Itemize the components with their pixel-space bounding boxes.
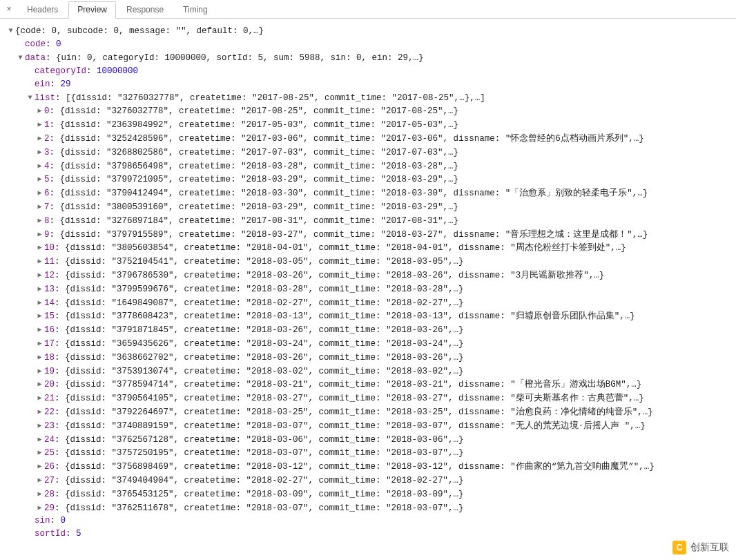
- expand-toggle-icon[interactable]: ▶: [36, 146, 43, 159]
- list-item-1[interactable]: ▶1: {dissid: "2363984992", createtime: "…: [7, 118, 732, 132]
- expand-toggle-icon[interactable]: ▶: [36, 255, 43, 268]
- list-item-15[interactable]: ▶15: {dissid: "3778608423", createtime: …: [7, 309, 732, 323]
- list-item-8[interactable]: ▶8: {dissid: "3276897184", createtime: "…: [7, 214, 732, 228]
- tabs-holder: HeadersPreviewResponseTiming: [18, 1, 218, 18]
- tab-timing[interactable]: Timing: [174, 1, 217, 19]
- list-item-12[interactable]: ▶12: {dissid: "3796786530", createtime: …: [7, 269, 732, 282]
- list-item-29[interactable]: ▶29: {dissid: "3762511678", createtime: …: [7, 501, 732, 515]
- list-item-7[interactable]: ▶7: {dissid: "3800539160", createtime: "…: [7, 200, 732, 214]
- expand-toggle-icon[interactable]: ▶: [36, 214, 43, 227]
- expand-toggle-icon[interactable]: ▶: [36, 228, 43, 241]
- list-item-25[interactable]: ▶25: {dissid: "3757250195", createtime: …: [7, 446, 732, 460]
- expand-toggle-icon[interactable]: ▶: [36, 269, 43, 282]
- list-item-2[interactable]: ▶2: {dissid: "3252428596", createtime: "…: [7, 132, 732, 146]
- prop-sin[interactable]: sin: 0: [7, 514, 732, 528]
- list-item-3[interactable]: ▶3: {dissid: "3268802586", createtime: "…: [7, 146, 732, 160]
- tab-preview[interactable]: Preview: [68, 1, 116, 19]
- prop-sortId[interactable]: sortId: 5: [7, 528, 732, 541]
- list-item-27[interactable]: ▶27: {dissid: "3749404904", createtime: …: [7, 474, 732, 487]
- list-item-16[interactable]: ▶16: {dissid: "3791871845", createtime: …: [7, 323, 732, 337]
- watermark-logo-icon: C: [672, 541, 686, 554]
- list-item-19[interactable]: ▶19: {dissid: "3753913074", createtime: …: [7, 365, 732, 378]
- expand-toggle-icon[interactable]: ▶: [36, 351, 43, 364]
- list-item-20[interactable]: ▶20: {dissid: "3778594714", createtime: …: [7, 378, 732, 392]
- list-item-18[interactable]: ▶18: {dissid: "3638662702", createtime: …: [7, 351, 732, 365]
- prop-code[interactable]: code: 0: [7, 38, 732, 51]
- expand-toggle-icon[interactable]: ▶: [36, 118, 43, 131]
- list-item-28[interactable]: ▶28: {dissid: "3765453125", createtime: …: [7, 487, 732, 501]
- expand-toggle-icon[interactable]: ▶: [36, 474, 43, 487]
- prop-list[interactable]: ▼list: [{dissid: "3276032778", createtim…: [7, 91, 732, 105]
- expand-toggle-icon[interactable]: ▶: [36, 501, 43, 514]
- expand-toggle-icon[interactable]: ▶: [36, 241, 43, 254]
- expand-toggle-icon[interactable]: ▶: [36, 378, 43, 391]
- list-item-6[interactable]: ▶6: {dissid: "3790412494", createtime: "…: [7, 186, 732, 200]
- expand-toggle-icon[interactable]: ▶: [36, 323, 43, 336]
- list-item-23[interactable]: ▶23: {dissid: "3740889159", createtime: …: [7, 419, 732, 433]
- expand-toggle-icon[interactable]: ▶: [36, 282, 43, 296]
- prop-categoryId[interactable]: categoryId: 10000000: [7, 65, 732, 78]
- expand-toggle-icon[interactable]: ▶: [36, 392, 43, 405]
- expand-toggle-icon[interactable]: ▶: [36, 104, 43, 117]
- root-object[interactable]: ▼{code: 0, subcode: 0, message: "", defa…: [7, 24, 732, 38]
- list-item-14[interactable]: ▶14: {dissid: "1649849087", createtime: …: [7, 296, 732, 310]
- prop-data[interactable]: ▼data: {uin: 0, categoryId: 10000000, so…: [7, 51, 732, 65]
- expand-toggle-icon[interactable]: ▶: [36, 405, 43, 418]
- list-item-5[interactable]: ▶5: {dissid: "3799721095", createtime: "…: [7, 173, 732, 186]
- expand-toggle-icon[interactable]: ▶: [36, 173, 43, 186]
- prop-ein[interactable]: ein: 29: [7, 78, 732, 91]
- expand-toggle-icon[interactable]: ▶: [36, 433, 43, 446]
- expand-toggle-icon[interactable]: ▶: [36, 200, 43, 213]
- list-item-10[interactable]: ▶10: {dissid: "3805603854", createtime: …: [7, 241, 732, 255]
- list-item-24[interactable]: ▶24: {dissid: "3762567128", createtime: …: [7, 433, 732, 447]
- expand-toggle-icon[interactable]: ▶: [36, 365, 43, 378]
- watermark: C 创新互联: [672, 541, 729, 554]
- expand-toggle-icon[interactable]: ▶: [36, 487, 43, 501]
- list-item-21[interactable]: ▶21: {dissid: "3790564105", createtime: …: [7, 392, 732, 405]
- close-icon[interactable]: ×: [4, 4, 14, 14]
- list-item-13[interactable]: ▶13: {dissid: "3799599676", createtime: …: [7, 282, 732, 296]
- expand-toggle-icon[interactable]: ▼: [17, 51, 24, 64]
- expand-toggle-icon[interactable]: ▶: [36, 460, 43, 473]
- expand-toggle-icon[interactable]: ▶: [36, 309, 43, 322]
- expand-toggle-icon[interactable]: ▶: [36, 296, 43, 309]
- list-item-4[interactable]: ▶4: {dissid: "3798656498", createtime: "…: [7, 160, 732, 173]
- expand-toggle-icon[interactable]: ▶: [36, 160, 43, 173]
- network-tab-bar: × HeadersPreviewResponseTiming: [0, 0, 736, 19]
- list-item-0[interactable]: ▶0: {dissid: "3276032778", createtime: "…: [7, 104, 732, 118]
- expand-toggle-icon[interactable]: ▶: [36, 186, 43, 200]
- list-item-17[interactable]: ▶17: {dissid: "3659435626", createtime: …: [7, 337, 732, 351]
- list-item-22[interactable]: ▶22: {dissid: "3792264697", createtime: …: [7, 405, 732, 419]
- tab-response[interactable]: Response: [117, 1, 173, 19]
- list-item-26[interactable]: ▶26: {dissid: "3756898469", createtime: …: [7, 460, 732, 474]
- list-item-9[interactable]: ▶9: {dissid: "3797915589", createtime: "…: [7, 228, 732, 242]
- expand-toggle-icon[interactable]: ▼: [7, 24, 14, 37]
- expand-toggle-icon[interactable]: ▶: [36, 337, 43, 350]
- expand-toggle-icon[interactable]: ▶: [36, 132, 43, 145]
- json-preview-pane: ▼{code: 0, subcode: 0, message: "", defa…: [0, 19, 736, 545]
- expand-toggle-icon[interactable]: ▼: [26, 91, 34, 104]
- expand-toggle-icon[interactable]: ▶: [36, 446, 43, 459]
- list-item-11[interactable]: ▶11: {dissid: "3752104541", createtime: …: [7, 255, 732, 269]
- watermark-text: 创新互联: [690, 541, 729, 554]
- tab-headers[interactable]: Headers: [18, 1, 67, 19]
- expand-toggle-icon[interactable]: ▶: [36, 419, 43, 432]
